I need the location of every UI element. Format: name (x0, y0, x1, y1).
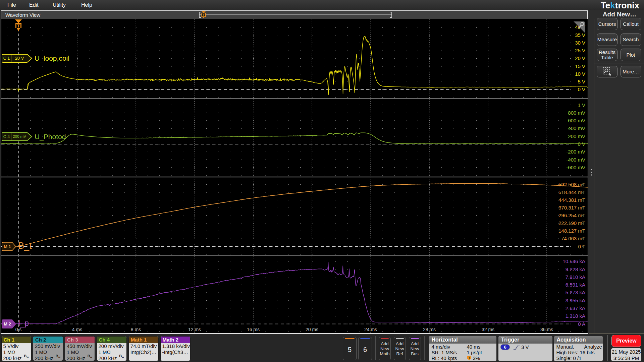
svg-text:600 mV: 600 mV (568, 118, 585, 123)
svg-text:148.127 mT: 148.127 mT (558, 228, 585, 234)
svg-text:6.591 kA: 6.591 kA (566, 282, 585, 288)
svg-text:200 mV: 200 mV (568, 133, 585, 139)
svg-text:I_p: I_p (18, 319, 29, 327)
svg-text:518.444 mT: 518.444 mT (558, 189, 585, 195)
svg-text:C 4: C 4 (3, 134, 10, 139)
svg-text:12 ms: 12 ms (188, 327, 201, 332)
svg-text:5.273 kA: 5.273 kA (566, 290, 585, 295)
svg-text:25 V: 25 V (575, 48, 585, 53)
svg-text:36 ms: 36 ms (540, 327, 553, 332)
svg-text:200 mV: 200 mV (13, 134, 26, 138)
svg-text:4 ms: 4 ms (72, 327, 82, 332)
svg-text:M 2: M 2 (4, 321, 11, 326)
svg-text:800 mV: 800 mV (568, 110, 585, 116)
svg-text:M 1: M 1 (4, 244, 11, 249)
svg-text:-400 mV: -400 mV (566, 157, 585, 163)
svg-text:400 mV: 400 mV (568, 125, 585, 131)
svg-text:0 T: 0 T (578, 244, 585, 249)
svg-text:24 ms: 24 ms (364, 327, 377, 332)
svg-text:1 V: 1 V (578, 102, 585, 108)
svg-text:2.637 kA: 2.637 kA (566, 305, 585, 311)
svg-text:10 V: 10 V (575, 71, 585, 77)
svg-text:8 ms: 8 ms (131, 327, 141, 332)
svg-text:28 ms: 28 ms (423, 327, 436, 332)
svg-text:296.254 mT: 296.254 mT (558, 213, 585, 218)
svg-text:5 V: 5 V (578, 79, 585, 84)
svg-text:0 V: 0 V (578, 86, 585, 92)
svg-text:222.190 mT: 222.190 mT (558, 220, 585, 226)
svg-text:C 1: C 1 (3, 56, 10, 61)
svg-text:1.318 kA: 1.318 kA (566, 313, 585, 319)
svg-text:15 V: 15 V (575, 63, 585, 69)
svg-text:32 ms: 32 ms (482, 327, 494, 332)
svg-text:370.317 mT: 370.317 mT (558, 205, 585, 210)
svg-text:-200 mV: -200 mV (566, 149, 585, 155)
svg-text:T: T (17, 24, 20, 28)
svg-text:10.546 kA: 10.546 kA (562, 258, 585, 264)
svg-text:9.228 kA: 9.228 kA (566, 266, 585, 272)
svg-text:T: T (468, 356, 470, 359)
svg-text:-600 mV: -600 mV (566, 165, 585, 170)
svg-text:7.910 kA: 7.910 kA (566, 274, 585, 280)
svg-text:0 A: 0 A (578, 321, 585, 327)
svg-text:3.955 kA: 3.955 kA (566, 298, 585, 303)
svg-text:35 V: 35 V (575, 32, 585, 38)
svg-text:74.063 mT: 74.063 mT (561, 236, 585, 241)
svg-text:B_t: B_t (18, 241, 32, 251)
svg-text:U_Photod: U_Photod (35, 133, 66, 141)
svg-text:T: T (203, 13, 205, 17)
svg-text:20 V: 20 V (15, 56, 24, 61)
svg-text:30 V: 30 V (575, 40, 585, 46)
svg-text:20 ms: 20 ms (306, 327, 318, 332)
svg-text:20 V: 20 V (575, 55, 585, 61)
svg-text:444.381 mT: 444.381 mT (558, 197, 585, 203)
svg-text:U_loop,coil: U_loop,coil (35, 54, 69, 62)
svg-text:16 ms: 16 ms (247, 327, 260, 332)
